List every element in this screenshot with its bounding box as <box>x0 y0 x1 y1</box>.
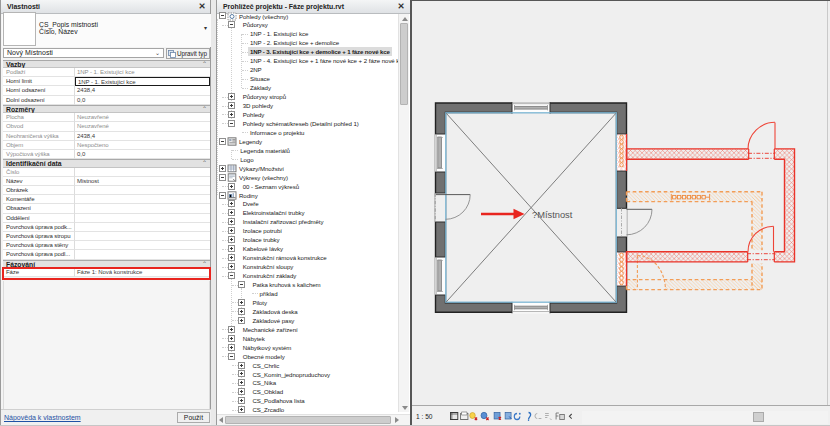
svg-text:?Místnost: ?Místnost <box>532 210 573 220</box>
